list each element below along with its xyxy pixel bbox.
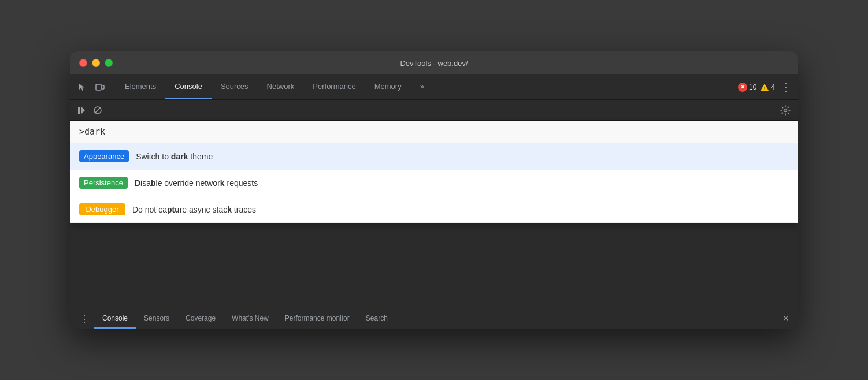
maximize-button[interactable] [105,59,113,67]
warning-triangle-icon: ! [760,83,769,91]
bottom-tab-search[interactable]: Search [358,308,396,329]
svg-point-8 [784,109,787,112]
tab-elements[interactable]: Elements [116,74,165,99]
cursor-icon[interactable] [75,79,91,95]
devtools-window: DevTools - web.dev/ Elements Console Sou… [70,51,798,329]
persistence-text: Disable override network requests [135,178,258,188]
device-icon[interactable] [92,79,108,95]
play-icon[interactable] [75,103,88,117]
svg-rect-4 [78,107,80,114]
bottom-tab-console[interactable]: Console [94,308,136,329]
suggestion-persistence[interactable]: Persistence Disable override network req… [70,170,798,196]
bottom-tab-coverage[interactable]: Coverage [177,308,224,329]
tab-performance[interactable]: Performance [303,74,365,99]
tab-more[interactable]: » [411,74,433,99]
window-title: DevTools - web.dev/ [400,59,468,68]
main-toolbar: Elements Console Sources Network Perform… [70,74,798,100]
warn-count: 4 [771,83,775,91]
title-bar: DevTools - web.dev/ [70,51,798,74]
svg-rect-1 [102,85,104,89]
tab-console[interactable]: Console [165,74,212,99]
appearance-text: Switch to dark theme [136,152,213,161]
bottom-tab-sensors[interactable]: Sensors [136,308,177,329]
bottom-tab-performance-monitor[interactable]: Performance monitor [277,308,358,329]
svg-line-7 [95,107,101,113]
error-count: 10 [749,83,756,91]
error-badge[interactable]: ✕ 10 [738,83,756,92]
console-toolbar [70,100,798,121]
minimize-button[interactable] [92,59,100,67]
bottom-tab-whats-new[interactable]: What's New [224,308,277,329]
toolbar-divider-1 [112,80,112,94]
toolbar-more-icon[interactable]: ⋮ [778,79,793,96]
suggestion-debugger[interactable]: Debugger Do not capture async stack trac… [70,196,798,223]
appearance-badge: Appearance [79,150,129,162]
debugger-badge: Debugger [79,203,125,215]
debugger-text: Do not capture async stack traces [132,205,256,214]
svg-rect-0 [96,84,101,90]
tab-memory[interactable]: Memory [365,74,411,99]
command-input-row [70,121,798,143]
svg-text:!: ! [764,85,766,91]
svg-marker-5 [81,107,85,114]
bottom-close-button[interactable]: × [778,312,793,325]
traffic-lights [79,59,113,67]
block-icon[interactable] [91,103,105,117]
persistence-badge: Persistence [79,177,128,189]
toolbar-right: ✕ 10 ! 4 ⋮ [738,79,793,96]
warn-badge[interactable]: ! 4 [760,83,775,91]
tab-sources[interactable]: Sources [212,74,258,99]
close-button[interactable] [79,59,87,67]
tab-network[interactable]: Network [258,74,304,99]
suggestion-appearance[interactable]: Appearance Switch to dark theme [70,143,798,170]
suggestion-list: Appearance Switch to dark theme Persiste… [70,143,798,223]
bottom-tab-bar: ⋮ Console Sensors Coverage What's New Pe… [70,308,798,329]
error-icon: ✕ [738,83,747,92]
settings-gear-icon[interactable] [777,102,793,118]
toolbar-tabs: Elements Console Sources Network Perform… [116,74,737,99]
command-input[interactable] [79,126,789,137]
command-palette: Appearance Switch to dark theme Persiste… [70,121,798,223]
content-area: Appearance Switch to dark theme Persiste… [70,100,798,308]
bottom-more-icon[interactable]: ⋮ [75,312,94,325]
